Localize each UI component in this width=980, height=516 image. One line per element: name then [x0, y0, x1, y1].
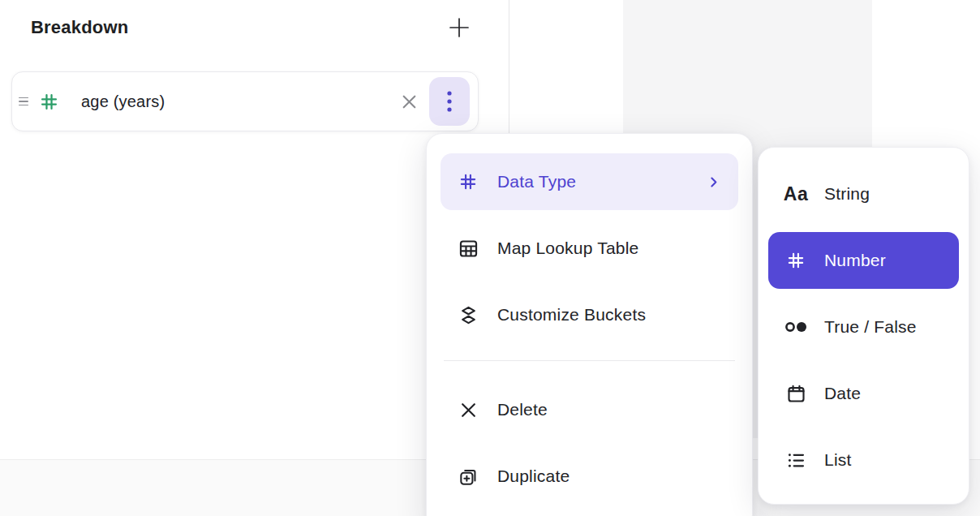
calendar-icon — [782, 383, 810, 405]
submenu-item-number[interactable]: Number — [768, 232, 959, 289]
menu-item-data-type[interactable]: Data Type — [441, 153, 738, 210]
menu-item-map-lookup-table[interactable]: Map Lookup Table — [441, 220, 738, 277]
menu-item-label: Map Lookup Table — [497, 239, 638, 258]
table-icon — [457, 238, 479, 260]
breakdown-header: Breakdown — [31, 13, 479, 42]
chevron-right-icon — [707, 175, 720, 189]
submenu-item-label: True / False — [824, 317, 917, 337]
field-context-menu: Data Type Map Lookup Table Customize Buc… — [426, 133, 753, 516]
layers-icon — [457, 304, 479, 326]
submenu-item-label: String — [824, 184, 870, 204]
kebab-menu-icon — [440, 89, 459, 114]
menu-divider — [444, 360, 735, 361]
panel-title: Breakdown — [31, 17, 128, 38]
duplicate-icon — [457, 466, 479, 487]
submenu-item-string[interactable]: Aa String — [768, 166, 959, 222]
x-icon — [457, 400, 479, 420]
menu-item-duplicate[interactable]: Duplicate — [441, 448, 738, 505]
breakdown-field-card[interactable]: age (years) — [11, 71, 479, 131]
menu-item-label: Data Type — [497, 172, 576, 191]
close-icon — [399, 92, 419, 112]
list-icon — [782, 449, 810, 471]
submenu-item-label: Date — [824, 384, 861, 403]
menu-item-customize-buckets[interactable]: Customize Buckets — [441, 286, 738, 343]
submenu-item-date[interactable]: Date — [768, 365, 959, 422]
submenu-item-true-false[interactable]: True / False — [768, 299, 959, 355]
hash-icon — [457, 171, 479, 192]
remove-field-button[interactable] — [393, 86, 424, 117]
hash-icon — [38, 91, 60, 113]
submenu-item-list[interactable]: List — [768, 432, 959, 488]
menu-item-label: Delete — [497, 400, 548, 419]
drag-handle-icon[interactable] — [17, 97, 30, 106]
data-type-submenu: Aa String Number True / False Date — [758, 147, 969, 505]
hash-icon — [782, 250, 810, 271]
field-label: age (years) — [81, 92, 165, 111]
boolean-icon — [782, 317, 810, 337]
menu-item-delete[interactable]: Delete — [441, 381, 738, 438]
plus-icon — [448, 16, 471, 39]
menu-item-label: Duplicate — [497, 467, 570, 486]
add-breakdown-button[interactable] — [445, 13, 474, 42]
text-aa-icon: Aa — [782, 183, 810, 205]
submenu-item-label: Number — [824, 251, 886, 270]
field-menu-button[interactable] — [429, 77, 470, 126]
menu-item-label: Customize Buckets — [497, 305, 646, 325]
submenu-item-label: List — [824, 450, 851, 470]
